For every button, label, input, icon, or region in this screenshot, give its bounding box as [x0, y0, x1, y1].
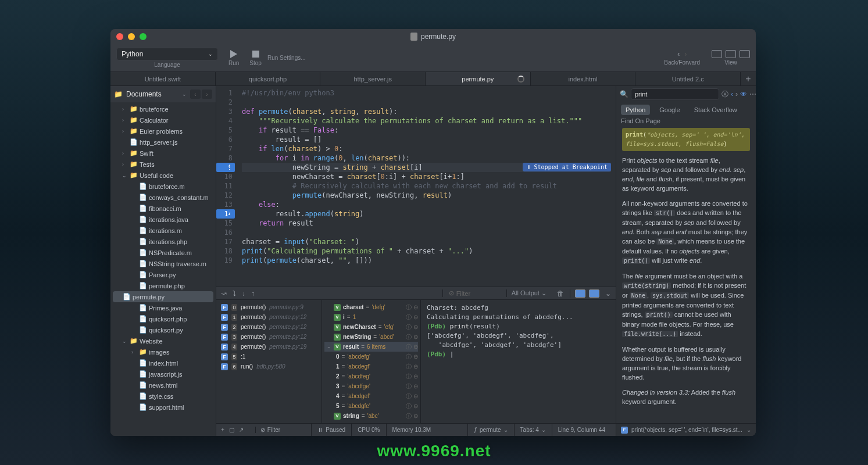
file-iterations-php[interactable]: 📄iterations.php	[110, 236, 216, 247]
next-icon[interactable]: ›	[735, 90, 738, 98]
file-Primes-java[interactable]: 📄Primes.java	[110, 302, 216, 313]
step-over-icon[interactable]: ⤻	[221, 289, 227, 298]
file-bruteforce-m[interactable]: 📄bruteforce.m	[110, 181, 216, 192]
tab-index-html[interactable]: index.html	[531, 72, 636, 85]
file-javascript-js[interactable]: 📄javascript.js	[110, 369, 216, 380]
file-support-html[interactable]: 📄support.html	[110, 402, 216, 413]
view-right-icon[interactable]	[740, 50, 750, 58]
file-quicksort-php[interactable]: 📄quicksort.php	[110, 313, 216, 324]
variable-row[interactable]: 4 = 'abcdgef'ⓘ ⊖	[324, 391, 418, 401]
folder-add-icon[interactable]: ▢	[229, 427, 234, 433]
export-icon[interactable]: ↗	[239, 427, 244, 433]
trash-icon[interactable]: 🗑	[557, 289, 564, 298]
tab-Untitled-2-c[interactable]: Untitled 2.c	[635, 72, 741, 85]
file-conways_constant-m[interactable]: 📄conways_constant.m	[110, 192, 216, 203]
symbol-select[interactable]: ƒ permute ⌄	[467, 424, 513, 437]
debug-console[interactable]: Charset: abcdefg Calculating permutation…	[421, 300, 616, 423]
clear-icon[interactable]: ⓧ	[721, 90, 728, 99]
stack-frame[interactable]: F6run() bdb.py:580	[219, 362, 319, 371]
file-NSString-traverse-m[interactable]: 📄NSString traverse.m	[110, 258, 216, 269]
split-left-icon[interactable]	[575, 289, 585, 298]
stop-button[interactable]: Stop	[249, 49, 262, 66]
find-on-page[interactable]: Find On Page	[616, 117, 756, 128]
variable-row[interactable]: VnewString = 'abcd'ⓘ ⊖	[324, 332, 418, 342]
file-quicksort-py[interactable]: 📄quicksort.py	[110, 324, 216, 335]
sidebar-forward-button[interactable]: ›	[202, 90, 212, 99]
variable-row[interactable]: Vi = 1ⓘ ⊖	[324, 312, 418, 322]
sidebar-header[interactable]: Documents	[126, 90, 178, 98]
file-index-html[interactable]: 📄index.html	[110, 357, 216, 369]
variable-row[interactable]: 3 = 'abcdfge'ⓘ ⊖	[324, 381, 418, 391]
minimize-button[interactable]	[128, 33, 135, 40]
stack-frame[interactable]: F2permute() permute.py:12	[219, 322, 319, 332]
file-style-css[interactable]: 📄style.css	[110, 391, 216, 402]
folder-Tests[interactable]: ›📁Tests	[110, 159, 216, 170]
variable-row[interactable]: ⌄Vresult = 6 itemsⓘ ⊖	[324, 342, 418, 352]
stack-frame[interactable]: F3permute() permute.py:12	[219, 332, 319, 342]
run-button[interactable]: Run	[228, 49, 239, 66]
stack-frame[interactable]: F1permute() permute.py:12	[219, 312, 319, 322]
view-left-icon[interactable]	[712, 50, 722, 58]
new-tab-button[interactable]: +	[741, 72, 756, 85]
file-permute-py[interactable]: 📄permute.py	[113, 291, 213, 302]
variable-row[interactable]: 2 = 'abcdfeg'ⓘ ⊖	[324, 371, 418, 381]
doc-search-input[interactable]	[631, 88, 719, 100]
folder-Euler-problems[interactable]: ›📁Euler problems	[110, 126, 216, 137]
chevron-down-icon[interactable]: ⌄	[605, 289, 611, 298]
file-permute-php[interactable]: 📄permute.php	[110, 280, 216, 291]
stack-frame[interactable]: F4permute() permute.py:19	[219, 342, 319, 352]
variable-row[interactable]: VnewCharset = 'efg'ⓘ ⊖	[324, 322, 418, 332]
step-up-icon[interactable]: ↑	[251, 289, 255, 298]
forward-button[interactable]: ›	[684, 50, 687, 58]
file-iterations-java[interactable]: 📄iterations.java	[110, 214, 216, 225]
file-news-html[interactable]: 📄news.html	[110, 380, 216, 391]
stack-frame[interactable]: F5:1	[219, 352, 319, 362]
variable-row[interactable]: 0 = 'abcdefg'ⓘ ⊖	[324, 352, 418, 362]
stack-frame[interactable]: F0permute() permute.py:9	[219, 302, 319, 312]
folder-Swift[interactable]: ›📁Swift	[110, 148, 216, 159]
view-bottom-icon[interactable]	[726, 50, 736, 58]
variable-row[interactable]: 1 = 'abcdegf'ⓘ ⊖	[324, 362, 418, 371]
step-in-icon[interactable]: ⤵	[233, 289, 236, 298]
doc-tab-python[interactable]: Python	[621, 105, 650, 115]
run-settings-button[interactable]: Run Settings...	[267, 55, 306, 61]
close-button[interactable]	[116, 33, 123, 40]
doc-tab-stack-overflow[interactable]: Stack Overflow	[690, 105, 742, 115]
eye-icon[interactable]: 👁	[740, 90, 747, 98]
file-Parser-py[interactable]: 📄Parser.py	[110, 269, 216, 280]
tab-Untitled-swift[interactable]: Untitled.swift	[110, 72, 216, 85]
add-button[interactable]: +	[221, 427, 224, 433]
code-editor[interactable]: 12345678910111213141516171819 #!/usr/bin…	[216, 86, 616, 287]
file-fibonacci-m[interactable]: 📄fibonacci.m	[110, 203, 216, 214]
file-NSPredicate-m[interactable]: 📄NSPredicate.m	[110, 247, 216, 258]
status-filter[interactable]: Filter	[267, 427, 280, 433]
variable-row[interactable]: 5 = 'abcdgfe'ⓘ ⊖	[324, 401, 418, 411]
file-http_server-js[interactable]: 📄http_server.js	[110, 137, 216, 148]
sidebar-back-button[interactable]: ‹	[190, 90, 201, 99]
folder-Website[interactable]: ⌄📁Website	[110, 335, 216, 346]
file-iterations-m[interactable]: 📄iterations.m	[110, 225, 216, 236]
pause-status[interactable]: ⏸ Paused	[311, 424, 351, 437]
tab-quicksort-php[interactable]: quicksort.php	[216, 72, 321, 85]
variable-row[interactable]: Vcharset = 'defg'ⓘ ⊖	[324, 302, 418, 312]
doc-footer[interactable]: Fprint(*objects, sep=' ', end='\n', file…	[616, 423, 756, 436]
maximize-button[interactable]	[140, 33, 147, 40]
folder-Useful-code[interactable]: ⌄📁Useful code	[110, 170, 216, 181]
variable-row[interactable]: Vstring = 'abc'ⓘ ⊖	[324, 411, 418, 421]
chevron-down-icon[interactable]: ⌄	[182, 91, 187, 97]
split-right-icon[interactable]	[589, 289, 599, 298]
tabs-select[interactable]: Tabs: 4 ⌄	[514, 424, 552, 437]
prev-icon[interactable]: ‹	[731, 90, 733, 98]
step-down-icon[interactable]: ↓	[242, 289, 245, 298]
output-select[interactable]: All Output ⌄	[506, 289, 551, 297]
folder-Calculator[interactable]: ›📁Calculator	[110, 115, 216, 126]
doc-tab-google[interactable]: Google	[655, 105, 684, 115]
debug-filter-input[interactable]: Filter	[456, 290, 470, 297]
folder-bruteforce[interactable]: ›📁bruteforce	[110, 103, 216, 115]
folder-images[interactable]: ›📁images	[110, 346, 216, 357]
language-select[interactable]: Python⌄	[116, 48, 218, 60]
back-button[interactable]: ‹	[677, 50, 680, 58]
tab-http_server-js[interactable]: http_server.js	[320, 72, 426, 85]
more-icon[interactable]: ⋯	[749, 90, 756, 98]
tab-permute-py[interactable]: permute.py	[426, 72, 531, 85]
